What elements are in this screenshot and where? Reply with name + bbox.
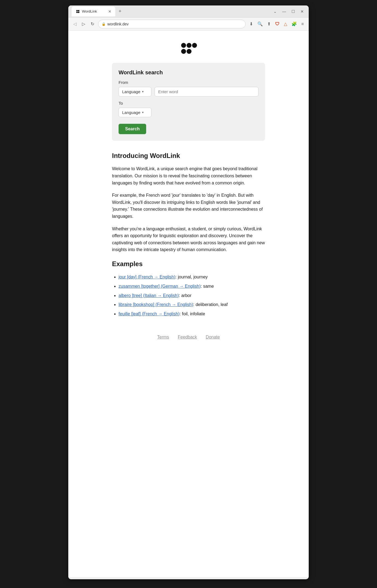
page-content: WordLink search From Language ▾ To Langu… [68,31,309,577]
tab-favicon [75,9,80,14]
svg-point-1 [78,10,79,11]
example-result-2: : same [201,284,214,289]
examples-list: jour [day] (French → English): journal, … [112,274,265,317]
svg-point-6 [192,43,197,48]
zoom-icon[interactable]: 🔍 [256,20,264,28]
example-item-3: albero [tree] (Italian → English): arbor [119,292,265,299]
to-label: To [119,101,258,105]
svg-point-2 [76,11,78,13]
intro-paragraph-1: Welcome to WordLink, a unique search eng… [112,165,265,186]
share-icon[interactable]: ⬆ [266,20,272,28]
from-row: Language ▾ [119,87,258,96]
dropdown-button[interactable]: ⌄ [272,9,278,14]
extensions-icon[interactable]: 🧩 [290,20,299,28]
feedback-link[interactable]: Feedback [178,334,197,341]
browser-window: WordLink ✕ + ⌄ — ☐ ✕ ◁ ▷ ↻ 🔒 wordlink.de… [68,5,309,579]
browser-titlebar: WordLink ✕ + ⌄ — ☐ ✕ [68,5,309,17]
donate-link[interactable]: Donate [206,334,220,341]
browser-navbar: ◁ ▷ ↻ 🔒 wordlink.dev ⬇ 🔍 ⬆ 🛡 △ 🧩 ≡ [68,17,309,31]
window-controls: ⌄ — ☐ ✕ [272,9,305,14]
example-item-2: zusammen [together] (German → English): … [119,283,265,290]
main-content: Introducing WordLink Welcome to WordLink… [112,151,265,341]
examples-heading: Examples [112,259,265,269]
example-link-4[interactable]: libraire [bookshop] (French → English) [119,302,193,307]
from-language-select[interactable]: Language ▾ [119,87,151,96]
svg-point-7 [181,49,186,54]
forward-button[interactable]: ▷ [80,20,87,28]
minimize-button[interactable]: — [281,9,288,14]
example-result-4: : deliberation, leaf [193,302,228,307]
menu-icon[interactable]: ≡ [300,20,305,28]
from-lang-dropdown-arrow: ▾ [142,90,144,93]
download-icon[interactable]: ⬇ [248,20,255,28]
example-link-1[interactable]: jour [day] (French → English) [119,275,175,279]
example-result-5: : foil, infoliate [179,311,205,316]
svg-point-8 [187,49,192,54]
tab-strip: WordLink ✕ + [72,7,270,16]
intro-paragraph-3: Whether you're a language enthusiast, a … [112,225,265,253]
to-lang-dropdown-arrow: ▾ [142,111,144,114]
nav-actions: ⬇ 🔍 ⬆ 🛡 △ 🧩 ≡ [248,20,305,28]
intro-paragraph-2: For example, the French word 'jour' tran… [112,192,265,220]
search-card: WordLink search From Language ▾ To Langu… [112,63,265,141]
word-input[interactable] [155,87,258,96]
wordlink-logo [178,42,199,55]
example-link-3[interactable]: albero [tree] (Italian → English) [119,293,179,298]
maximize-button[interactable]: ☐ [290,9,297,14]
brave-shield-icon[interactable]: 🛡 [273,20,281,28]
example-link-5[interactable]: feuille [leaf] (French → English) [119,311,179,316]
lock-icon: 🔒 [102,22,106,26]
svg-point-4 [181,43,186,48]
reload-button[interactable]: ↻ [89,20,96,28]
from-lang-text: Language [122,89,140,94]
terms-link[interactable]: Terms [157,334,169,341]
svg-point-5 [187,43,192,48]
example-result-1: : journal, journey [175,275,208,279]
svg-point-0 [76,10,78,11]
brave-rewards-icon[interactable]: △ [282,20,289,28]
search-button[interactable]: Search [119,124,146,134]
to-lang-text: Language [122,110,140,115]
address-bar[interactable]: 🔒 wordlink.dev [98,20,246,28]
back-button[interactable]: ◁ [72,20,78,28]
close-button[interactable]: ✕ [299,9,305,14]
tab-title-text: WordLink [82,9,97,13]
new-tab-button[interactable]: + [116,7,124,15]
example-item-1: jour [day] (French → English): journal, … [119,274,265,281]
to-language-select[interactable]: Language ▾ [119,108,151,117]
example-item-5: feuille [leaf] (French → English): foil,… [119,310,265,317]
from-label: From [119,80,258,85]
example-item-4: libraire [bookshop] (French → English): … [119,301,265,308]
page-footer: Terms Feedback Donate [112,334,265,341]
example-result-3: : arbor [179,293,192,298]
logo-area [178,42,199,56]
intro-heading: Introducing WordLink [112,151,265,161]
active-tab[interactable]: WordLink ✕ [72,7,115,16]
search-card-title: WordLink search [119,69,258,76]
url-text: wordlink.dev [107,22,129,26]
example-link-2[interactable]: zusammen [together] (German → English) [119,284,201,289]
to-row: Language ▾ [119,108,258,117]
svg-point-3 [78,11,79,13]
tab-close-button[interactable]: ✕ [108,9,111,14]
